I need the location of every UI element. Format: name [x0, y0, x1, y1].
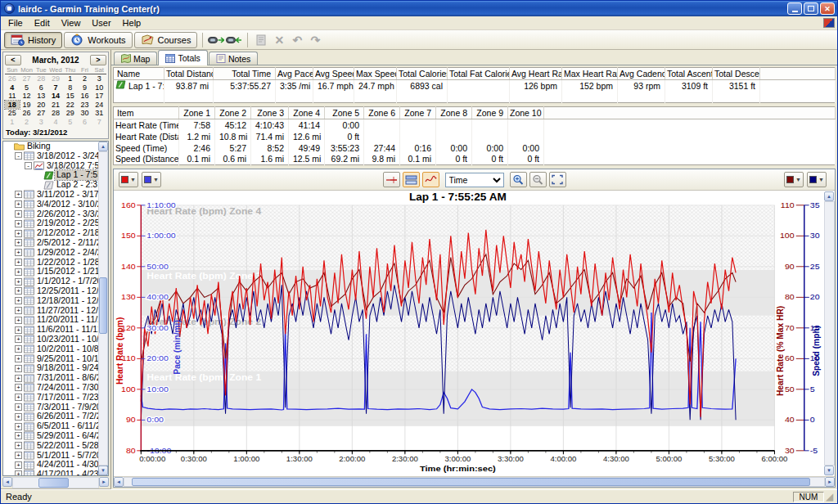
expand-icon[interactable]: + — [15, 287, 22, 295]
tree-item[interactable]: +10/23/2011 - 10/29/2011 — [3, 335, 108, 344]
column-header[interactable]: Total Ascent — [665, 68, 713, 80]
calendar-day[interactable]: 10 — [92, 83, 106, 92]
fit-to-window-button[interactable] — [549, 172, 566, 187]
scroll-up-icon[interactable]: ▲ — [98, 142, 108, 151]
calendar-day[interactable]: 29 — [63, 109, 78, 118]
curve-view-button[interactable] — [422, 172, 439, 187]
calendar-day[interactable]: 3 — [34, 118, 48, 127]
expand-icon[interactable]: + — [15, 461, 22, 469]
calendar-day[interactable]: 26 — [20, 109, 34, 118]
send-to-device-button[interactable] — [208, 33, 224, 47]
split-view-button[interactable] — [403, 172, 420, 187]
tree-scrollbar[interactable]: ▲ ▼ — [98, 142, 108, 475]
scroll-thumb[interactable] — [132, 478, 810, 486]
chart[interactable]: Heart Rate (bpm) Zone 1Heart Rate (bpm) … — [114, 191, 824, 476]
tree-item[interactable]: +7/17/2011 - 7/23/2011 — [3, 393, 108, 403]
expand-icon[interactable]: + — [15, 442, 22, 449]
chart-vscrollbar[interactable]: ▲ ▼ — [824, 191, 835, 475]
expand-icon[interactable]: + — [15, 239, 22, 246]
expand-icon[interactable]: + — [15, 355, 22, 362]
tree-item[interactable]: +3/11/2012 - 3/17/2012 — [3, 190, 108, 200]
calendar-day[interactable]: 23 — [78, 101, 92, 110]
calendar-day[interactable]: 25 — [5, 109, 20, 118]
menu-file[interactable]: File — [2, 17, 29, 29]
calendar-prev-button[interactable]: < — [5, 55, 21, 65]
menu-help[interactable]: Help — [117, 17, 147, 29]
maximize-button[interactable] — [804, 2, 818, 15]
speed-color-picker[interactable]: ▼ — [807, 172, 827, 187]
expand-icon[interactable]: + — [15, 326, 22, 334]
calendar-day[interactable]: 5 — [20, 83, 34, 92]
column-header[interactable]: Avg Speed — [313, 68, 354, 80]
calendar-day[interactable]: 30 — [78, 109, 92, 118]
calendar-day[interactable]: 2 — [78, 74, 92, 83]
tree-item[interactable]: +12/18/2011 - 12/24/2011 — [3, 296, 108, 306]
sidebar-hscrollbar[interactable]: ◄ ► — [2, 477, 109, 488]
column-header[interactable]: Avg Heart Rate — [510, 68, 562, 80]
calendar-day[interactable]: 28 — [34, 74, 48, 83]
table-row[interactable]: Speed (Distance)0.1 mi0.6 mi1.6 mi12.5 m… — [114, 154, 836, 165]
pace-color-picker[interactable]: ▼ — [142, 172, 161, 187]
calendar-day[interactable]: 6 — [78, 118, 92, 127]
expand-icon[interactable]: + — [15, 335, 22, 343]
chart-hscrollbar[interactable]: ◄ ► — [114, 476, 835, 487]
expand-icon[interactable]: + — [15, 317, 22, 324]
scroll-down-icon[interactable]: ▼ — [824, 466, 834, 475]
calendar-day[interactable]: 7 — [92, 118, 106, 127]
expand-icon[interactable]: + — [15, 384, 22, 391]
redo-button[interactable]: ↷ — [307, 33, 323, 47]
calendar-day[interactable]: 18 — [5, 101, 20, 110]
calendar-day[interactable]: 3 — [92, 74, 106, 83]
scroll-right-icon[interactable]: ► — [825, 477, 835, 487]
calendar-day[interactable]: 2 — [20, 118, 34, 127]
column-header[interactable]: Total Descent — [713, 68, 760, 80]
expand-icon[interactable]: + — [15, 259, 22, 266]
calendar-day[interactable]: 28 — [48, 109, 63, 118]
expand-icon[interactable]: + — [15, 432, 22, 439]
calendar-day[interactable]: 20 — [34, 101, 48, 110]
column-header[interactable]: Total Fat Calories — [448, 68, 510, 80]
tab-totals[interactable]: Totals — [158, 50, 207, 65]
tree-item[interactable]: +5/29/2011 - 6/4/2011 — [3, 431, 108, 441]
menu-view[interactable]: View — [56, 17, 87, 29]
column-header[interactable]: Total Distance — [164, 68, 214, 80]
expand-icon[interactable]: + — [15, 423, 22, 430]
column-header[interactable]: Max Heart Rate — [562, 68, 618, 80]
calendar-day[interactable]: 4 — [5, 83, 20, 92]
calendar-day[interactable]: 22 — [63, 101, 78, 110]
workouts-button[interactable]: Workouts — [64, 32, 132, 48]
tab-map[interactable]: Map — [114, 52, 157, 65]
calendar-next-button[interactable]: > — [90, 55, 106, 65]
calendar-day[interactable]: 16 — [78, 92, 92, 101]
expand-icon[interactable]: + — [15, 452, 22, 459]
expand-icon[interactable]: + — [15, 403, 22, 411]
table-row[interactable]: Lap 1 - 7:55...93.87 mi5:37:55.273:35 /m… — [114, 80, 836, 92]
receive-from-device-button[interactable] — [226, 33, 242, 47]
crosshair-mode-button[interactable] — [383, 172, 400, 187]
calendar-day[interactable]: 27 — [34, 109, 48, 118]
menu-edit[interactable]: Edit — [29, 17, 56, 29]
scroll-left-icon[interactable]: ◄ — [2, 477, 12, 487]
column-header[interactable]: Name — [114, 68, 164, 80]
calendar-day[interactable]: 24 — [92, 101, 106, 110]
calendar-day[interactable]: 12 — [20, 92, 34, 101]
expand-icon[interactable]: + — [15, 345, 22, 353]
expand-icon[interactable]: + — [15, 297, 22, 304]
column-header[interactable]: Total Time — [214, 68, 276, 80]
tree-item[interactable]: +1/29/2012 - 2/4/2012 — [3, 248, 108, 258]
heart-rate-color-picker[interactable]: ▼ — [119, 172, 138, 187]
x-axis-select[interactable]: Time — [445, 173, 504, 187]
column-header[interactable]: Avg Pace — [276, 68, 313, 80]
expand-icon[interactable]: + — [15, 191, 22, 198]
calendar-day[interactable]: 13 — [34, 92, 48, 101]
calendar-day[interactable]: 27 — [20, 74, 34, 83]
expand-icon[interactable]: + — [15, 394, 22, 401]
scroll-left-icon[interactable]: ◄ — [114, 477, 124, 487]
expand-icon[interactable]: + — [15, 249, 22, 256]
percent-max-hr-color-picker[interactable]: ▼ — [784, 172, 804, 187]
expand-icon[interactable]: + — [15, 413, 22, 421]
scroll-down-icon[interactable]: ▼ — [98, 466, 108, 475]
calendar-day[interactable]: 7 — [48, 83, 63, 92]
tree-item[interactable]: +7/24/2011 - 7/30/2011 — [3, 383, 108, 393]
history-button[interactable]: History — [4, 32, 62, 48]
